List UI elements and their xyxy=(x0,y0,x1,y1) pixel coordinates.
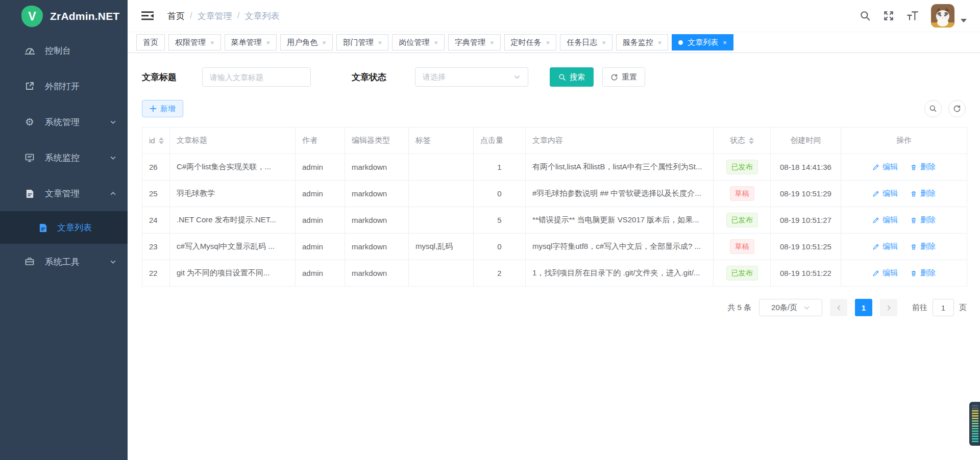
add-button[interactable]: 新增 xyxy=(142,100,183,117)
tab-post-admin[interactable]: 岗位管理 xyxy=(392,34,445,50)
sort-icon[interactable] xyxy=(749,137,754,144)
delete-button[interactable]: 删除 xyxy=(910,215,936,225)
tab-scheduled-task[interactable]: 定时任务 xyxy=(504,34,557,50)
tab-dept-admin[interactable]: 部门管理 xyxy=(336,34,389,50)
close-icon[interactable] xyxy=(602,39,606,46)
dashboard-icon xyxy=(23,45,36,56)
article-status-label: 文章状态 xyxy=(352,71,386,83)
sidebar-item-system-admin[interactable]: ⚙ 系统管理 xyxy=(0,104,128,140)
articles-table: id 文章标题 作者 编辑器类型 标签 点击量 文章内容 状态 创建时间 操作 … xyxy=(142,127,967,287)
next-page-button[interactable] xyxy=(880,299,897,316)
app-title: ZrAdmin.NET xyxy=(50,10,119,22)
edit-button[interactable]: 编辑 xyxy=(872,215,898,225)
breadcrumb: 首页 / 文章管理 / 文章列表 xyxy=(167,10,279,22)
fullscreen-icon[interactable] xyxy=(883,10,894,21)
pagination: 共 5 条 20条/页 1 前往 页 xyxy=(142,299,967,316)
col-header-status[interactable]: 状态 xyxy=(714,127,771,154)
chevron-up-icon xyxy=(110,190,116,197)
breadcrumb-separator: / xyxy=(237,11,240,21)
tab-article-list[interactable]: 文章列表 xyxy=(672,34,733,50)
edit-button[interactable]: 编辑 xyxy=(872,189,898,198)
breadcrumb-home[interactable]: 首页 xyxy=(167,10,185,22)
page-size-select[interactable]: 20条/页 xyxy=(759,299,822,316)
show-search-toggle-button[interactable] xyxy=(924,100,942,117)
tab-menu-admin[interactable]: 菜单管理 xyxy=(225,34,277,50)
tag-tabs-bar: 首页 权限管理 菜单管理 用户角色 部门管理 岗位管理 字典管理 定时任务 任务… xyxy=(128,32,980,53)
app-logo[interactable]: V ZrAdmin.NET xyxy=(0,0,128,33)
corner-widget[interactable] xyxy=(969,402,980,446)
gear-icon: ⚙ xyxy=(23,117,36,127)
sidebar-item-dashboard[interactable]: 控制台 xyxy=(0,33,128,68)
chevron-down-icon xyxy=(513,73,521,81)
tab-dict-admin[interactable]: 字典管理 xyxy=(448,34,501,50)
tab-user-role[interactable]: 用户角色 xyxy=(280,34,333,50)
chevron-down-icon xyxy=(803,304,810,311)
top-header: 首页 / 文章管理 / 文章列表 xyxy=(128,0,980,32)
breadcrumb-page: 文章列表 xyxy=(244,10,279,22)
breadcrumb-separator: / xyxy=(190,11,192,21)
close-icon[interactable] xyxy=(490,39,494,46)
tab-task-log[interactable]: 任务日志 xyxy=(560,34,612,50)
edit-button[interactable]: 编辑 xyxy=(872,162,898,172)
sidebar-item-system-monitor[interactable]: 系统监控 xyxy=(0,140,128,175)
goto-page-input[interactable] xyxy=(933,299,954,316)
col-header-content: 文章内容 xyxy=(526,127,714,154)
plus-icon xyxy=(150,105,157,112)
delete-button[interactable]: 删除 xyxy=(910,189,936,198)
sidebar-item-article-list[interactable]: 文章列表 xyxy=(0,211,128,244)
close-icon[interactable] xyxy=(322,39,326,46)
sidebar-item-article-admin[interactable]: 文章管理 xyxy=(0,175,128,211)
sidebar-item-system-tools[interactable]: 系统工具 xyxy=(0,244,128,279)
breadcrumb-section: 文章管理 xyxy=(198,10,232,22)
search-icon[interactable] xyxy=(860,10,871,21)
reset-button[interactable]: 重置 xyxy=(602,67,645,87)
table-row: 23 c#写入Mysql中文显示乱码 ... admin markdown my… xyxy=(142,234,967,260)
delete-button[interactable]: 删除 xyxy=(910,268,936,278)
prev-page-button[interactable] xyxy=(830,299,847,316)
close-icon[interactable] xyxy=(210,39,214,46)
close-icon[interactable] xyxy=(266,39,271,46)
close-icon[interactable] xyxy=(723,39,727,46)
sidebar-item-label: 文章列表 xyxy=(57,222,92,234)
col-header-actions: 操作 xyxy=(841,127,967,154)
table-row: 22 git 为不同的项目设置不同... admin markdown 2 1，… xyxy=(142,260,967,287)
sidebar-item-label: 系统监控 xyxy=(45,152,80,164)
main-content: 文章标题 文章状态 请选择 搜索 重置 xyxy=(128,53,980,316)
sidebar: V ZrAdmin.NET 控制台 外部打开 ⚙ 系统管理 xyxy=(0,0,128,460)
search-button[interactable]: 搜索 xyxy=(550,67,594,87)
sidebar-item-label: 控制台 xyxy=(45,45,71,57)
chevron-down-icon xyxy=(110,119,116,125)
col-header-tags: 标签 xyxy=(409,127,474,154)
sidebar-collapse-icon[interactable] xyxy=(141,10,154,22)
dropdown-caret-icon[interactable] xyxy=(961,19,967,22)
delete-button[interactable]: 删除 xyxy=(910,162,936,172)
tab-home[interactable]: 首页 xyxy=(136,34,165,50)
col-header-created: 创建时间 xyxy=(771,127,841,154)
tab-permission-admin[interactable]: 权限管理 xyxy=(168,34,221,50)
article-status-select[interactable]: 请选择 xyxy=(415,67,528,87)
page-number-1[interactable]: 1 xyxy=(855,299,872,316)
col-header-author: 作者 xyxy=(296,127,345,154)
edit-button[interactable]: 编辑 xyxy=(872,242,898,251)
sidebar-item-external-open[interactable]: 外部打开 xyxy=(0,68,128,104)
col-header-id[interactable]: id xyxy=(142,127,170,154)
font-size-icon[interactable] xyxy=(906,10,919,21)
close-icon[interactable] xyxy=(434,39,438,46)
delete-button[interactable]: 删除 xyxy=(910,242,936,251)
user-avatar[interactable] xyxy=(931,4,954,28)
table-row: 24 .NET Core 发布时提示.NET... admin markdown… xyxy=(142,207,967,234)
refresh-icon xyxy=(610,73,618,81)
edit-button[interactable]: 编辑 xyxy=(872,268,898,278)
article-title-input[interactable] xyxy=(202,67,311,87)
close-icon[interactable] xyxy=(546,39,550,46)
close-icon[interactable] xyxy=(378,39,382,46)
tab-service-monitor[interactable]: 服务监控 xyxy=(616,34,669,50)
active-dot xyxy=(678,40,683,45)
close-icon[interactable] xyxy=(658,39,662,46)
sort-icon[interactable] xyxy=(159,137,164,144)
article-title-label: 文章标题 xyxy=(142,71,177,83)
monitor-icon xyxy=(23,152,36,163)
refresh-table-button[interactable] xyxy=(948,100,966,117)
document-icon xyxy=(23,189,36,198)
status-badge: 已发布 xyxy=(726,213,758,227)
